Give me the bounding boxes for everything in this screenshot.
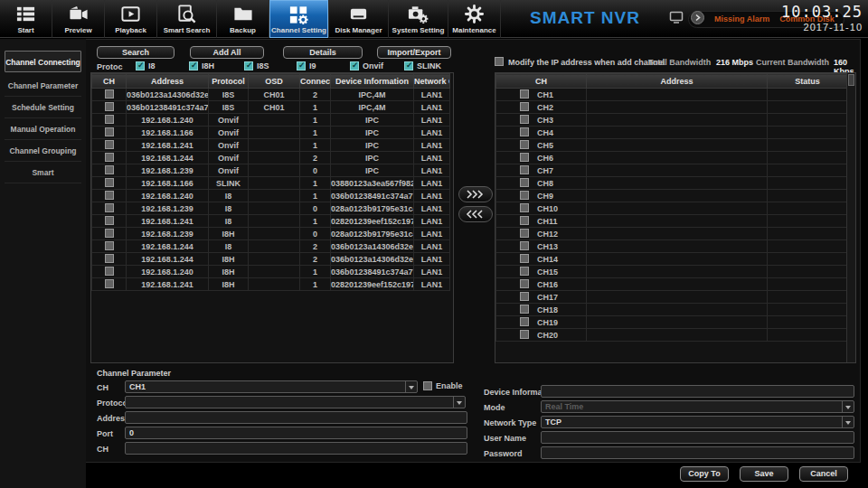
nav-item-system-setting[interactable]: System Setting bbox=[389, 0, 448, 38]
channel-row-checkbox[interactable] bbox=[520, 292, 529, 301]
port-field[interactable] bbox=[125, 427, 467, 439]
channel-row-checkbox[interactable] bbox=[520, 267, 529, 276]
channel-row[interactable]: CH7 bbox=[496, 164, 848, 177]
channel-row-checkbox[interactable] bbox=[520, 279, 529, 288]
chevron-down-icon[interactable] bbox=[405, 381, 417, 392]
channel-row[interactable]: CH6 bbox=[496, 152, 848, 164]
device-row[interactable]: 192.168.1.239I8H0028a0123b91795e31c4bLAN… bbox=[92, 228, 450, 240]
device-row-checkbox[interactable] bbox=[105, 241, 114, 250]
device-row-checkbox[interactable] bbox=[105, 216, 114, 225]
remove-channels-button[interactable] bbox=[458, 206, 493, 222]
channel-row[interactable]: CH17 bbox=[496, 291, 848, 304]
channel-row-checkbox[interactable] bbox=[520, 241, 529, 250]
device-row-checkbox[interactable] bbox=[105, 267, 114, 276]
device-row[interactable]: 192.168.1.239Onvif0IPCLAN1 bbox=[92, 164, 450, 177]
password-field[interactable] bbox=[541, 446, 854, 459]
device-row[interactable]: 192.168.1.239I80028a0123b91795e31c4bLAN1 bbox=[92, 202, 450, 215]
channel-row[interactable]: CH16 bbox=[496, 278, 848, 291]
device-row-checkbox[interactable] bbox=[105, 153, 114, 162]
device-row-checkbox[interactable] bbox=[105, 140, 114, 149]
channel-row[interactable]: CH1 bbox=[496, 89, 848, 101]
add-channels-button[interactable] bbox=[458, 186, 493, 202]
channel-row[interactable]: CH12 bbox=[496, 228, 848, 240]
channel-row[interactable]: CH4 bbox=[496, 127, 848, 139]
copy-to-button[interactable]: Copy To bbox=[680, 466, 729, 482]
scrollbar-thumb[interactable] bbox=[848, 74, 854, 86]
nav-item-maintenance[interactable]: Maintenance bbox=[448, 0, 501, 38]
import-export-button[interactable]: Import/Export bbox=[377, 46, 451, 59]
device-row[interactable]: 192.168.1.241I8H1028201239eef152c197eLAN… bbox=[92, 278, 450, 291]
channel-row-checkbox[interactable] bbox=[520, 153, 529, 162]
device-row[interactable]: 192.168.1.240I8H1036b01238491c374a777LAN… bbox=[92, 266, 450, 278]
channel-row[interactable]: CH19 bbox=[496, 316, 848, 329]
device-row[interactable]: 192.168.1.240I81036b01238491c374a777LAN1 bbox=[92, 190, 450, 202]
channel-row[interactable]: CH5 bbox=[496, 139, 848, 152]
protocol-checkbox-i8h[interactable] bbox=[189, 61, 198, 70]
channel-row[interactable]: CH13 bbox=[496, 240, 848, 253]
cancel-button[interactable]: Cancel bbox=[799, 466, 848, 482]
channel-row-checkbox[interactable] bbox=[520, 254, 529, 263]
nav-item-disk-manager[interactable]: Disk Manager bbox=[329, 0, 389, 38]
channel-row-checkbox[interactable] bbox=[520, 178, 529, 187]
channel-row-checkbox[interactable] bbox=[520, 330, 529, 339]
modify-ip-checkbox[interactable] bbox=[495, 57, 504, 66]
device-row[interactable]: 036b0123a14306d32e51I8SCH012IPC,4MLAN1 bbox=[92, 89, 450, 101]
channel-row-checkbox[interactable] bbox=[520, 127, 529, 136]
channel-row[interactable]: CH9 bbox=[496, 190, 848, 202]
add-all-button[interactable]: Add All bbox=[190, 46, 264, 59]
channel-row-checkbox[interactable] bbox=[520, 191, 529, 200]
device-row-checkbox[interactable] bbox=[105, 102, 114, 111]
device-row[interactable]: 036b01238491c374a777I8SCH011IPC,4MLAN1 bbox=[92, 101, 450, 114]
channel-row[interactable]: CH20 bbox=[496, 329, 848, 342]
device-row-checkbox[interactable] bbox=[105, 115, 114, 124]
save-button[interactable]: Save bbox=[740, 466, 788, 482]
device-row-checkbox[interactable] bbox=[105, 254, 114, 263]
nav-item-channel-setting[interactable]: Channel Setting bbox=[269, 0, 329, 38]
search-button[interactable]: Search bbox=[97, 46, 175, 59]
protocol-checkbox-i9[interactable] bbox=[297, 61, 306, 70]
device-row[interactable]: 192.168.1.244I8H2036b0123a14306d32e51LAN… bbox=[92, 253, 450, 266]
nav-item-playback[interactable]: Playback bbox=[105, 0, 157, 38]
channel-row-checkbox[interactable] bbox=[520, 140, 529, 149]
sidebar-item-channel-parameter[interactable]: Channel Parameter bbox=[5, 75, 81, 97]
sidebar-item-smart[interactable]: Smart bbox=[5, 162, 81, 183]
device-row-checkbox[interactable] bbox=[105, 191, 114, 200]
next-alarm-icon[interactable] bbox=[691, 11, 704, 28]
protocol-checkbox-slink[interactable] bbox=[404, 61, 413, 70]
ch-select[interactable]: CH1 bbox=[125, 380, 418, 393]
channel-row[interactable]: CH18 bbox=[496, 304, 848, 316]
nav-item-smart-search[interactable]: Smart Search bbox=[157, 0, 217, 38]
protocol-checkbox-i8s[interactable] bbox=[244, 61, 253, 70]
device-row[interactable]: 192.168.1.166SLINK103880123a3ea567f9827L… bbox=[92, 177, 450, 190]
user-name-field[interactable] bbox=[541, 431, 854, 444]
channel-row[interactable]: CH11 bbox=[496, 215, 848, 228]
device-row[interactable]: 192.168.1.166Onvif1IPCLAN1 bbox=[92, 127, 450, 139]
device-row-checkbox[interactable] bbox=[105, 89, 114, 99]
sidebar-item-channel-grouping[interactable]: Channel Grouping bbox=[5, 140, 81, 162]
channel-row-checkbox[interactable] bbox=[520, 216, 529, 225]
channel-row[interactable]: CH10 bbox=[496, 202, 848, 215]
sidebar-item-channel-connecting[interactable]: Channel Connecting bbox=[5, 51, 81, 72]
device-row[interactable]: 192.168.1.241Onvif1IPCLAN1 bbox=[92, 139, 450, 152]
channel-row[interactable]: CH2 bbox=[496, 101, 848, 114]
channel-row-checkbox[interactable] bbox=[520, 89, 529, 99]
device-row[interactable]: 192.168.1.244I82036b0123a14306d32e51LAN1 bbox=[92, 240, 450, 253]
nav-item-backup[interactable]: Backup bbox=[217, 0, 269, 38]
channel-row-checkbox[interactable] bbox=[520, 305, 529, 314]
chevron-down-icon[interactable] bbox=[453, 397, 465, 408]
device-row-checkbox[interactable] bbox=[105, 127, 114, 136]
details-button[interactable]: Details bbox=[283, 46, 363, 59]
sidebar-item-manual-operation[interactable]: Manual Operation bbox=[5, 118, 81, 140]
device-row[interactable]: 192.168.1.244Onvif2IPCLAN1 bbox=[92, 152, 450, 164]
device-row-checkbox[interactable] bbox=[105, 229, 114, 238]
channel-table-scrollbar[interactable] bbox=[846, 73, 855, 362]
device-row-checkbox[interactable] bbox=[105, 178, 114, 187]
network-type-select[interactable]: TCP bbox=[541, 416, 854, 428]
device-row[interactable]: 192.168.1.241I81028201239eef152c197eLAN1 bbox=[92, 215, 450, 228]
device-row-checkbox[interactable] bbox=[105, 203, 114, 212]
channel-row-checkbox[interactable] bbox=[520, 102, 529, 111]
channel-row-checkbox[interactable] bbox=[520, 203, 529, 212]
chevron-down-icon[interactable] bbox=[842, 417, 854, 427]
channel-row-checkbox[interactable] bbox=[520, 317, 529, 326]
sidebar-item-schedule-setting[interactable]: Schedule Setting bbox=[5, 97, 81, 118]
